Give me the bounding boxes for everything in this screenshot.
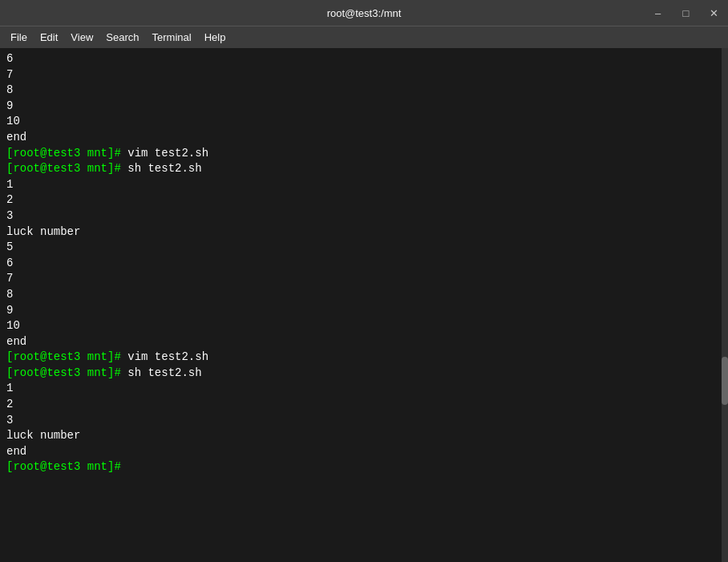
terminal-line: 1	[6, 381, 722, 397]
terminal-line: 9	[6, 303, 722, 319]
terminal-line: 6	[6, 51, 722, 67]
terminal-line: 7	[6, 271, 722, 287]
terminal-window: root@test3:/mnt – □ ✕ FileEditViewSearch…	[0, 0, 728, 562]
terminal-line: 9	[6, 99, 722, 115]
menu-item-file[interactable]: File	[4, 29, 34, 46]
terminal-line: 3	[6, 413, 722, 429]
terminal-line: 2	[6, 192, 722, 208]
terminal-body[interactable]: 678910end[root@test3 mnt]# vim test2.sh[…	[0, 48, 728, 562]
terminal-line: [root@test3 mnt]# vim test2.sh	[6, 350, 722, 366]
menu-item-help[interactable]: Help	[198, 29, 233, 46]
terminal-line: 6	[6, 256, 722, 272]
menu-item-terminal[interactable]: Terminal	[146, 29, 198, 46]
menu-item-edit[interactable]: Edit	[34, 29, 64, 46]
terminal-line: end	[6, 444, 722, 460]
close-button[interactable]: ✕	[700, 0, 728, 26]
terminal-line: 2	[6, 397, 722, 413]
terminal-line: 10	[6, 114, 722, 130]
menu-item-search[interactable]: Search	[99, 29, 145, 46]
window-controls: – □ ✕	[644, 0, 728, 26]
terminal-line: end	[6, 334, 722, 350]
window-title: root@test3:/mnt	[327, 7, 402, 19]
terminal-line: 8	[6, 287, 722, 303]
terminal-line: 10	[6, 318, 722, 334]
terminal-line: [root@test3 mnt]#	[6, 459, 722, 475]
terminal-line: [root@test3 mnt]# sh test2.sh	[6, 161, 722, 177]
menu-item-view[interactable]: View	[64, 29, 99, 46]
terminal-line: end	[6, 130, 722, 146]
menu-bar: FileEditViewSearchTerminalHelp	[0, 26, 728, 48]
maximize-button[interactable]: □	[672, 0, 700, 26]
scrollbar[interactable]	[722, 48, 728, 562]
title-bar: root@test3:/mnt – □ ✕	[0, 0, 728, 26]
terminal-line: luck number	[6, 428, 722, 444]
terminal-line: 5	[6, 240, 722, 256]
terminal-line: 3	[6, 208, 722, 224]
terminal-line: 1	[6, 177, 722, 193]
minimize-button[interactable]: –	[644, 0, 672, 26]
terminal-line: luck number	[6, 224, 722, 241]
scrollbar-thumb[interactable]	[722, 357, 728, 405]
terminal-line: 8	[6, 83, 722, 99]
terminal-line: [root@test3 mnt]# sh test2.sh	[6, 366, 722, 382]
terminal-line: 7	[6, 67, 722, 83]
terminal-line: [root@test3 mnt]# vim test2.sh	[6, 146, 722, 162]
